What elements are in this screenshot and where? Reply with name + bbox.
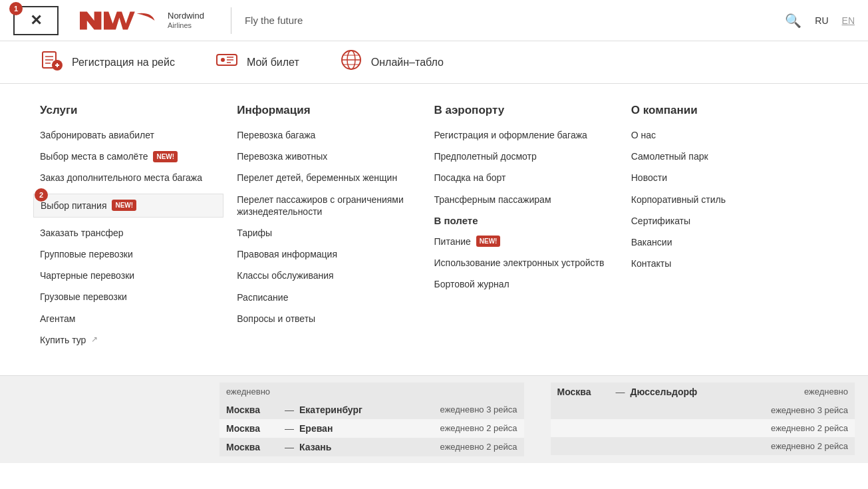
flight-from: Москва: [226, 423, 279, 434]
flight-from: Москва: [226, 405, 279, 415]
flight-row[interactable]: ежедневно 2 рейса: [551, 437, 855, 455]
menu-item-electronics[interactable]: Использование электронных устройств: [434, 257, 618, 269]
flight-row[interactable]: ежедневно 2 рейса: [551, 419, 855, 437]
menu-item-transfer[interactable]: Заказать трансфер: [40, 227, 223, 239]
flight-to: Дюссельдорф: [631, 387, 710, 397]
nav-item-registration[interactable]: Регистрация на рейс: [40, 48, 175, 77]
logo-svg: [69, 9, 162, 33]
flight-row[interactable]: ежедневно: [219, 383, 524, 401]
menu-item-corporate-style[interactable]: Корпоративный стиль: [631, 194, 815, 206]
flights-table: ежедневно Москва — Екатеринбург ежедневн…: [0, 383, 868, 456]
nav-label-board: Онлайн–табло: [371, 57, 444, 69]
flight-freq: ежедневно 2 рейса: [771, 423, 848, 433]
svg-marker-0: [80, 11, 101, 29]
menu-item-seat-selection[interactable]: Выбор места в самолёте NEW!: [40, 150, 223, 162]
board-icon: [339, 48, 363, 77]
menu-item-charter[interactable]: Чартерные перевозки: [40, 269, 223, 281]
flight-to: Ереван: [299, 423, 379, 434]
menu-col-services: Услуги Забронировать авиабилет Выбор мес…: [40, 104, 237, 355]
nav-label-registration: Регистрация на рейс: [72, 57, 175, 69]
brand-name: Nordwind: [168, 11, 204, 21]
col-subtitle-inflight: В полете: [434, 215, 618, 226]
header-divider: [231, 7, 231, 34]
menu-item-book-ticket[interactable]: Забронировать авиабилет: [40, 129, 223, 141]
menu-item-animals[interactable]: Перевозка животных: [237, 150, 420, 162]
flight-freq: ежедневно: [804, 387, 848, 397]
flight-from: Москва: [557, 387, 611, 397]
col-title-services: Услуги: [40, 104, 223, 117]
menu-item-cargo[interactable]: Грузовые перевозки: [40, 291, 223, 303]
food-label: Питание: [434, 236, 471, 247]
menu-col-info: Информация Перевозка багажа Перевозка жи…: [237, 104, 434, 355]
menu-area: Услуги Забронировать авиабилет Выбор мес…: [0, 84, 868, 375]
nav-bar: Регистрация на рейс Мой билет Онлайн–таб…: [0, 41, 868, 84]
menu-item-tariffs[interactable]: Тарифы: [237, 227, 420, 239]
badge-2: 2: [35, 188, 48, 202]
nav-label-ticket: Мой билет: [247, 57, 299, 69]
flights-left: ежедневно Москва — Екатеринбург ежедневн…: [0, 383, 537, 456]
nav-item-ticket[interactable]: Мой билет: [215, 48, 299, 77]
close-icon: ✕: [30, 12, 42, 29]
food-new-badge: NEW!: [476, 236, 501, 247]
col-title-company: О компании: [631, 104, 815, 117]
seat-selection-label: Выбор места в самолёте: [40, 150, 148, 162]
flight-dash: —: [285, 405, 294, 415]
flight-to: Екатеринбург: [299, 405, 379, 415]
brand-sub: Airlines: [168, 21, 204, 30]
menu-item-transit[interactable]: Трансферным пассажирам: [434, 194, 618, 206]
menu-item-buy-tour[interactable]: Купить тур ↗: [40, 334, 223, 346]
close-button[interactable]: 1 ✕: [13, 6, 59, 35]
flight-row[interactable]: Москва — Казань ежедневно 2 рейса: [219, 438, 524, 456]
menu-item-boarding[interactable]: Посадка на борт: [434, 172, 618, 184]
flight-dash: —: [285, 442, 294, 452]
flight-to: Казань: [299, 442, 379, 452]
menu-item-agents[interactable]: Агентам: [40, 313, 223, 325]
ticket-icon: [215, 48, 239, 77]
flight-row[interactable]: Москва — Ереван ежедневно 2 рейса: [219, 419, 524, 438]
search-icon[interactable]: 🔍: [785, 13, 801, 29]
lang-en-button[interactable]: EN: [842, 15, 855, 26]
registration-icon: [40, 48, 64, 77]
svg-marker-1: [104, 11, 135, 29]
flight-freq: ежедневно 2 рейса: [771, 441, 848, 451]
flight-row[interactable]: Москва — Екатеринбург ежедневно 3 рейса: [219, 401, 524, 419]
menu-item-magazine[interactable]: Бортовой журнал: [434, 278, 618, 290]
tagline: Fly the future: [245, 15, 785, 26]
menu-item-about[interactable]: О нас: [631, 129, 815, 141]
flight-row[interactable]: Москва — Дюссельдорф ежедневно: [551, 383, 855, 401]
menu-item-fleet[interactable]: Самолетный парк: [631, 150, 815, 162]
menu-item-schedule[interactable]: Расписание: [237, 291, 420, 303]
menu-item-classes[interactable]: Классы обслуживания: [237, 269, 420, 281]
menu-item-legal[interactable]: Правовая информация: [237, 248, 420, 260]
nav-item-board[interactable]: Онлайн–табло: [339, 48, 444, 77]
meals-label: Выбор питания: [41, 200, 106, 212]
menu-item-checkin-baggage[interactable]: Регистрация и оформление багажа: [434, 129, 618, 141]
menu-item-extra-baggage[interactable]: Заказ дополнительного места багажа: [40, 172, 223, 184]
lang-ru-button[interactable]: RU: [815, 15, 828, 26]
menu-item-children[interactable]: Перелет детей, беременных женщин: [237, 172, 420, 184]
menu-item-disabled[interactable]: Перелет пассажиров с ограничениями жизне…: [237, 194, 420, 218]
flight-freq: ежедневно: [226, 387, 270, 397]
menu-item-vacancies[interactable]: Вакансии: [631, 236, 815, 248]
flight-dash: —: [616, 387, 625, 397]
flight-freq: ежедневно 2 рейса: [440, 423, 517, 433]
menu-col-airport: В аэропорту Регистрация и оформление баг…: [434, 104, 631, 355]
menu-item-food[interactable]: Питание NEW!: [434, 236, 618, 247]
menu-item-group-transport[interactable]: Групповые перевозки: [40, 248, 223, 260]
menu-item-baggage[interactable]: Перевозка багажа: [237, 129, 420, 141]
flight-row[interactable]: ежедневно 3 рейса: [551, 401, 855, 419]
col-title-info: Информация: [237, 104, 420, 117]
header-right: 🔍 RU EN: [785, 13, 855, 29]
menu-item-news[interactable]: Новости: [631, 172, 815, 184]
menu-item-certificates[interactable]: Сертификаты: [631, 215, 815, 227]
flight-freq: ежедневно 2 рейса: [440, 442, 517, 452]
menu-item-faq[interactable]: Вопросы и ответы: [237, 313, 420, 325]
menu-item-security[interactable]: Предполетный досмотр: [434, 150, 618, 162]
flight-freq: ежедневно 3 рейса: [771, 405, 848, 415]
menu-item-contacts[interactable]: Контакты: [631, 257, 815, 269]
flight-from: Москва: [226, 442, 279, 452]
header: 1 ✕ Nordwind Airlines Fly the future 🔍 R…: [0, 0, 868, 41]
menu-item-meals[interactable]: Выбор питания NEW!: [33, 194, 223, 218]
seat-selection-new-badge: NEW!: [153, 151, 178, 162]
badge-1: 1: [9, 2, 23, 15]
